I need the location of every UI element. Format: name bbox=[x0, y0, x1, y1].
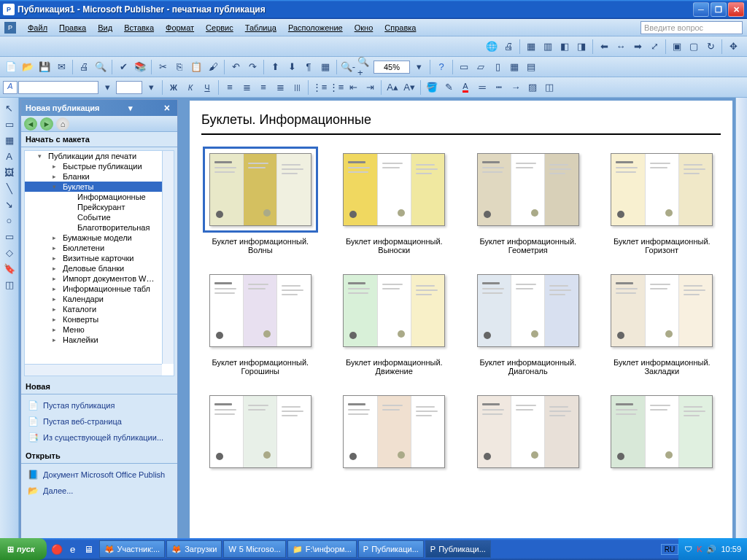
gallery-item[interactable]: Буклет информационный. Волны bbox=[201, 147, 320, 257]
tray-volume-icon[interactable]: 🔊 bbox=[706, 545, 716, 554]
tree-scrollbar-h[interactable] bbox=[25, 364, 162, 376]
shadow-icon[interactable]: ▨ bbox=[525, 79, 541, 96]
justify-icon[interactable]: ≣ bbox=[272, 79, 288, 96]
tree-scrollbar-v[interactable] bbox=[162, 151, 174, 364]
ql-desktop-icon[interactable]: 🖥 bbox=[82, 542, 96, 556]
align-right-icon[interactable]: ➡ bbox=[630, 39, 646, 55]
tool1-icon[interactable]: ▭ bbox=[456, 59, 472, 75]
taskbar-item[interactable]: 🦊Участник:... bbox=[99, 540, 166, 558]
redo-icon[interactable]: ↷ bbox=[244, 59, 260, 75]
canvas-scrollbar-v[interactable] bbox=[735, 98, 747, 560]
font-size-input[interactable] bbox=[116, 81, 142, 94]
gallery-item[interactable] bbox=[603, 389, 721, 499]
shapes-tool-icon[interactable]: ◇ bbox=[2, 245, 17, 260]
tree-item[interactable]: ▸Каталоги bbox=[25, 304, 174, 314]
distribute-icon[interactable]: ⫼ bbox=[289, 79, 305, 96]
align-left-icon[interactable]: ⬅ bbox=[596, 39, 612, 55]
zoom-out-icon[interactable]: 🔍- bbox=[340, 59, 356, 75]
ungroup-icon[interactable]: ▢ bbox=[686, 39, 702, 55]
gallery-item[interactable]: Буклет информационный. Горошины bbox=[201, 268, 320, 378]
maximize-button[interactable]: ❐ bbox=[711, 2, 727, 17]
nav-fwd-icon[interactable]: ► bbox=[40, 117, 53, 131]
indent-dec-icon[interactable]: ⇤ bbox=[345, 79, 361, 96]
copy-icon[interactable]: ⎘ bbox=[171, 59, 187, 75]
font-name-input[interactable] bbox=[18, 81, 98, 94]
research-icon[interactable]: 📚 bbox=[132, 59, 148, 75]
save-icon[interactable]: 💾 bbox=[36, 59, 53, 75]
columns2-icon[interactable]: ▦ bbox=[317, 59, 333, 75]
ql-opera-icon[interactable]: 🔴 bbox=[50, 542, 64, 556]
print-icon[interactable]: 🖨 bbox=[76, 59, 92, 75]
tree-item[interactable]: ▸Информационные табл bbox=[25, 284, 174, 294]
tool5-icon[interactable]: ▤ bbox=[523, 59, 539, 75]
special-chars-icon[interactable]: ¶ bbox=[301, 59, 317, 75]
font-shrink-icon[interactable]: A▾ bbox=[401, 79, 417, 96]
columns-icon[interactable]: ▦ bbox=[523, 39, 539, 55]
italic-icon[interactable]: К bbox=[182, 79, 198, 96]
link-from-existing[interactable]: 📑Из существующей публикации... bbox=[21, 429, 177, 446]
menu-help[interactable]: Справка bbox=[379, 22, 422, 34]
design-gallery-icon[interactable]: ◫ bbox=[2, 277, 17, 292]
indent-inc-icon[interactable]: ⇥ bbox=[362, 79, 378, 96]
menu-edit[interactable]: Правка bbox=[53, 22, 92, 34]
tree-item[interactable]: ▸Бюллетени bbox=[25, 243, 174, 253]
web-preview-icon[interactable]: 🌐 bbox=[484, 39, 500, 55]
tray-clock[interactable]: 10:59 bbox=[721, 545, 741, 553]
align-center-h-icon[interactable]: ↔ bbox=[613, 39, 629, 55]
font-dropdown-icon[interactable]: ▾ bbox=[99, 79, 115, 96]
start-button[interactable]: ⊞ пуск bbox=[0, 538, 47, 560]
gallery-item[interactable] bbox=[336, 389, 454, 499]
tree-item[interactable]: Событие bbox=[25, 212, 174, 222]
menu-insert[interactable]: Вставка bbox=[118, 22, 160, 34]
underline-icon[interactable]: Ч bbox=[199, 79, 215, 96]
help-icon[interactable]: ? bbox=[433, 59, 449, 75]
taskpane-dropdown-icon[interactable]: ▾ bbox=[128, 104, 133, 113]
tree-item[interactable]: ▸Бумажные модели bbox=[25, 233, 174, 243]
gallery-item[interactable] bbox=[201, 389, 320, 499]
gallery-item[interactable]: Буклет информационный. Горизонт bbox=[603, 147, 721, 257]
nav-back-icon[interactable]: ◄ bbox=[24, 117, 37, 131]
group-icon[interactable]: ▣ bbox=[669, 39, 685, 55]
menu-table[interactable]: Таблица bbox=[239, 22, 282, 34]
menu-window[interactable]: Окно bbox=[349, 22, 379, 34]
taskbar-item[interactable]: PПубликаци... bbox=[358, 540, 424, 558]
tool3-icon[interactable]: ▯ bbox=[489, 59, 506, 75]
taskbar-item[interactable]: PПубликаци... bbox=[425, 540, 491, 558]
font-grow-icon[interactable]: A▴ bbox=[384, 79, 400, 96]
tree-item[interactable]: ▸Бланки bbox=[25, 171, 174, 182]
tray-antivirus-icon[interactable]: K bbox=[697, 545, 702, 553]
font-color-icon[interactable]: A bbox=[457, 79, 473, 96]
align-right2-icon[interactable]: ≡ bbox=[255, 79, 271, 96]
template-tree[interactable]: ▾Публикации для печати▸Быстрые публикаци… bbox=[24, 150, 174, 376]
align-center2-icon[interactable]: ≣ bbox=[239, 79, 255, 96]
send-back-icon[interactable]: ⬇ bbox=[284, 59, 300, 75]
close-button[interactable]: ✕ bbox=[728, 2, 744, 17]
table-tool-icon[interactable]: ▦ bbox=[2, 133, 17, 147]
link-blank-web[interactable]: 📄Пустая веб-страница bbox=[21, 413, 177, 429]
cut-icon[interactable]: ✂ bbox=[155, 59, 171, 75]
dash-style-icon[interactable]: ┅ bbox=[491, 79, 507, 96]
gallery-item[interactable]: Буклет информационный. Закладки bbox=[603, 268, 721, 378]
link-blank-pub[interactable]: 📄Пустая публикация bbox=[21, 397, 177, 413]
tool4-icon[interactable]: ▦ bbox=[506, 59, 522, 75]
fit-width-icon[interactable]: ⤢ bbox=[646, 39, 662, 55]
tree-item[interactable]: ▸Конверты bbox=[25, 314, 174, 324]
picture-tool-icon[interactable]: 🖼 bbox=[2, 165, 17, 179]
layout-icon[interactable]: ▥ bbox=[540, 39, 556, 55]
tree-item[interactable]: ▾Буклеты bbox=[25, 182, 174, 192]
tree-item[interactable]: Благотворительная bbox=[25, 222, 174, 233]
tree-item[interactable]: ▸Деловые бланки bbox=[25, 263, 174, 273]
rotate-icon[interactable]: ↻ bbox=[703, 39, 719, 55]
font-scheme-icon[interactable]: ◨ bbox=[573, 39, 589, 55]
tree-item[interactable]: ▸Наклейки bbox=[25, 335, 174, 345]
tree-item[interactable]: ▾Публикации для печати bbox=[25, 151, 174, 161]
style-indicator[interactable]: A bbox=[3, 81, 18, 94]
paste-icon[interactable]: 📋 bbox=[188, 59, 204, 75]
tree-item[interactable]: Информационные bbox=[25, 192, 174, 202]
fill-color-icon[interactable]: 🪣 bbox=[424, 79, 440, 96]
bullets-icon[interactable]: ⋮≡ bbox=[328, 79, 344, 96]
ql-ie-icon[interactable]: e bbox=[66, 542, 80, 556]
spell-icon[interactable]: ✔ bbox=[115, 59, 131, 75]
nav-home-icon[interactable]: ⌂ bbox=[56, 117, 69, 131]
line-tool-icon[interactable]: ╲ bbox=[2, 181, 17, 195]
